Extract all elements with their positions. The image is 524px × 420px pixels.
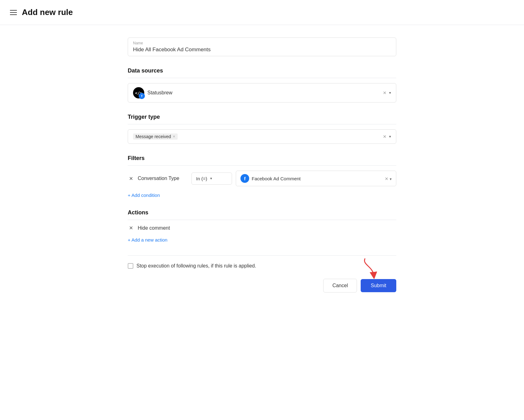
facebook-icon: f — [240, 174, 249, 183]
action-row: ✕ Hide comment — [128, 225, 396, 231]
trigger-tag: Message received × — [133, 133, 178, 140]
page-title: Add new rule — [22, 8, 73, 17]
trigger-chevron-icon[interactable]: ▾ — [389, 134, 391, 139]
trigger-type-dropdown[interactable]: Message received × ✕ ▾ — [128, 129, 396, 144]
stop-execution-label: Stop execution of following rules, if th… — [136, 263, 256, 269]
action-name: Hide comment — [138, 225, 170, 231]
filter-operator-value: In (=) — [196, 176, 207, 181]
data-sources-heading: Data sources — [128, 68, 396, 78]
trigger-clear-icon[interactable]: ✕ — [383, 134, 387, 139]
cancel-button[interactable]: Cancel — [323, 279, 357, 292]
filters-heading: Filters — [128, 155, 396, 166]
submit-button[interactable]: Submit — [361, 279, 396, 292]
hamburger-menu-icon[interactable] — [10, 10, 17, 15]
buttons-row: Cancel Submit — [128, 279, 396, 292]
trigger-tag-close-icon[interactable]: × — [173, 134, 175, 139]
name-section: Name — [128, 38, 396, 56]
filter-value-chevron-icon[interactable]: ▾ — [390, 177, 392, 181]
action-remove-icon[interactable]: ✕ — [128, 225, 134, 231]
trigger-type-section: Trigger type Message received × ✕ ▾ — [128, 114, 396, 144]
filter-value-clear-icon[interactable]: ✕ — [385, 176, 388, 181]
data-source-value: Statusbrew — [147, 90, 172, 96]
data-source-chevron-icon[interactable]: ▾ — [389, 91, 391, 95]
main-content: Name Data sources </> f Statusbrew ✕ ▾ T… — [121, 25, 403, 318]
statusbrew-avatar: </> f — [133, 87, 144, 98]
filter-row: ✕ Conversation Type In (=) ▾ f Facebook … — [128, 171, 396, 186]
stop-execution-row: Stop execution of following rules, if th… — [128, 263, 396, 269]
filter-field-name: Conversation Type — [138, 176, 188, 181]
filter-operator-dropdown[interactable]: In (=) ▾ — [191, 172, 232, 185]
arrow-indicator — [359, 257, 378, 279]
data-source-clear-icon[interactable]: ✕ — [383, 91, 387, 95]
name-input[interactable] — [133, 47, 391, 53]
filters-section: Filters ✕ Conversation Type In (=) ▾ f F… — [128, 155, 396, 198]
filter-remove-icon[interactable]: ✕ — [128, 176, 134, 182]
name-field-wrapper: Name — [128, 38, 396, 56]
filter-operator-chevron-icon[interactable]: ▾ — [210, 176, 212, 181]
trigger-tag-label: Message received — [136, 134, 171, 139]
add-condition-button[interactable]: + Add condition — [128, 192, 160, 198]
data-sources-dropdown[interactable]: </> f Statusbrew ✕ ▾ — [128, 83, 396, 102]
add-action-button[interactable]: + Add a new action — [128, 237, 167, 242]
actions-section: Actions ✕ Hide comment + Add a new actio… — [128, 209, 396, 243]
trigger-type-heading: Trigger type — [128, 114, 396, 124]
data-sources-section: Data sources </> f Statusbrew ✕ ▾ — [128, 68, 396, 102]
filter-value-text: Facebook Ad Comment — [252, 176, 301, 181]
filter-value-dropdown[interactable]: f Facebook Ad Comment ✕ ▾ — [236, 171, 396, 186]
header: Add new rule — [0, 0, 524, 25]
footer-section: Stop execution of following rules, if th… — [128, 255, 396, 292]
name-label: Name — [133, 41, 391, 45]
stop-execution-checkbox[interactable] — [128, 263, 133, 269]
actions-heading: Actions — [128, 209, 396, 220]
fb-badge: f — [139, 93, 145, 99]
